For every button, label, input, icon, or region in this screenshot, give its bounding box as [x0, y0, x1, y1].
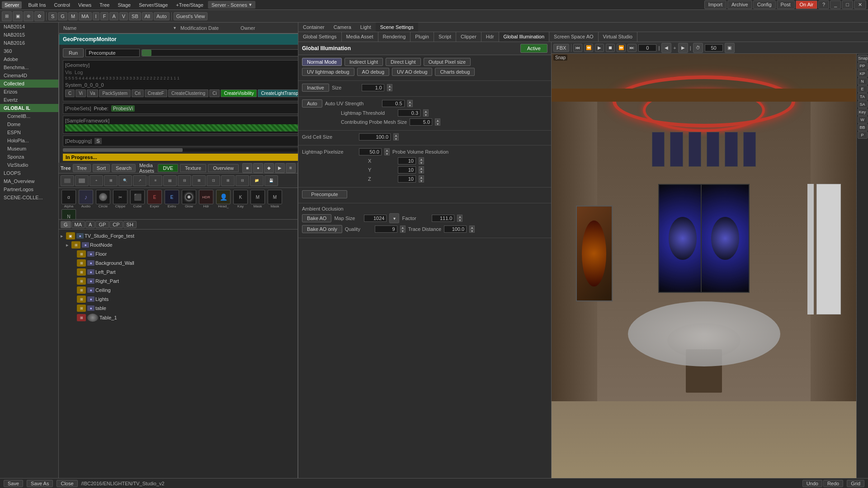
- tree-item-rootnode[interactable]: ▸ ⊞ ■ RootNode: [61, 240, 296, 249]
- map-size-selector[interactable]: ▾: [389, 213, 399, 223]
- x-up[interactable]: ▲: [419, 157, 424, 161]
- left-item-museum[interactable]: Museum: [0, 145, 58, 153]
- redo-btn[interactable]: Redo: [823, 480, 843, 487]
- left-item-benchma[interactable]: Benchma...: [0, 63, 58, 71]
- y-spinner[interactable]: ▲ ▼: [419, 166, 424, 174]
- left-item-evertz[interactable]: Evertz: [0, 96, 58, 104]
- left-item-partner-logos[interactable]: PartnerLogos: [0, 185, 58, 193]
- side-p[interactable]: P: [858, 131, 868, 139]
- factor-spinner[interactable]: ▲ ▼: [457, 215, 462, 222]
- media-exper[interactable]: E Exper: [146, 190, 163, 208]
- precompute-input[interactable]: [85, 49, 140, 57]
- tree-item-bgwall[interactable]: ⊞ ■ Background_Wall: [61, 258, 296, 267]
- left-item-360[interactable]: 360: [0, 47, 58, 55]
- toolbar-icon-4[interactable]: ✿: [34, 11, 44, 21]
- undo-btn[interactable]: Undo: [802, 480, 822, 487]
- save-as-btn[interactable]: Save As: [27, 480, 53, 487]
- bake-ao-only-btn[interactable]: Bake AO only: [302, 225, 342, 233]
- media-alpha[interactable]: α Alpha: [61, 190, 77, 208]
- step-c[interactable]: C: [65, 89, 75, 97]
- media-ctrl-3[interactable]: ◆: [264, 163, 274, 173]
- side-ta[interactable]: TA: [858, 93, 868, 100]
- mode-indirect[interactable]: Indirect Light: [344, 58, 383, 66]
- bake-ao-btn[interactable]: Bake AO: [302, 214, 331, 222]
- icon-strip-tools-7[interactable]: ≡: [149, 175, 162, 186]
- letter-v[interactable]: V: [119, 12, 128, 20]
- mode-direct[interactable]: Direct Light: [386, 58, 421, 66]
- tab-script[interactable]: Script: [434, 32, 456, 42]
- lm-up[interactable]: ▲: [423, 109, 429, 113]
- import-btn[interactable]: Import: [704, 0, 726, 9]
- contrib-spinner[interactable]: ▲ ▼: [435, 118, 440, 126]
- media-mask2[interactable]: M Mask: [267, 190, 283, 208]
- lm-dn[interactable]: ▼: [423, 113, 429, 117]
- contrib-dn[interactable]: ▼: [435, 122, 440, 126]
- side-sa[interactable]: SA: [858, 101, 868, 108]
- tree-item-floor[interactable]: ⊞ ■ Floor: [61, 249, 296, 258]
- factor-up[interactable]: ▲: [457, 215, 462, 218]
- guests-view-btn[interactable]: Guest's View: [174, 12, 208, 20]
- trace-up[interactable]: ▲: [469, 225, 475, 229]
- tab-plugin[interactable]: Plugin: [410, 32, 434, 42]
- ctab-container[interactable]: Container: [298, 23, 329, 32]
- left-item-dome[interactable]: Dome: [0, 120, 58, 128]
- toolbar-icon-2[interactable]: ▣: [13, 11, 23, 21]
- ltab-a[interactable]: A: [85, 221, 95, 228]
- media-tab-overview[interactable]: Overview: [208, 164, 239, 172]
- tree-item-table[interactable]: ⊞ ■ table: [61, 304, 296, 313]
- 3d-viewport[interactable]: Grid Snap: [552, 54, 856, 488]
- side-w[interactable]: W: [858, 116, 868, 123]
- tab-rendering[interactable]: Rendering: [378, 32, 411, 42]
- close-top-btn[interactable]: ✕: [854, 0, 866, 9]
- icon-strip-tools-9[interactable]: ⊟: [178, 175, 191, 186]
- grid-dn[interactable]: ▼: [393, 137, 399, 141]
- tab-virtual-studio[interactable]: Virtual Studio: [599, 32, 637, 42]
- tree-item-ceiling[interactable]: ⊞ ■ Ceiling: [61, 286, 296, 295]
- left-item-nab2014[interactable]: NAB2014: [0, 23, 58, 31]
- run-button[interactable]: Run: [63, 48, 84, 57]
- side-bb[interactable]: BB: [858, 124, 868, 131]
- letter-auto[interactable]: Auto: [154, 12, 170, 20]
- ctab-camera[interactable]: Camera: [329, 23, 356, 32]
- quality-spinner[interactable]: ▲ ▼: [400, 225, 406, 233]
- contrib-up[interactable]: ▲: [435, 118, 440, 122]
- step-vi[interactable]: Vi: [75, 89, 86, 97]
- tab-screen-space-ao[interactable]: Screen Space AO: [549, 32, 598, 42]
- lmpx-up[interactable]: ▲: [384, 148, 390, 152]
- z-up[interactable]: ▲: [419, 175, 424, 179]
- icon-strip-tools-5[interactable]: 🔍: [118, 175, 132, 186]
- gi-active-button[interactable]: Active: [520, 44, 547, 53]
- tree-item-lights[interactable]: ⊞ ■ Lights: [61, 295, 296, 304]
- step-createf[interactable]: CreateF: [145, 89, 167, 97]
- icon-strip-tools-11[interactable]: ⊡: [207, 175, 220, 186]
- save-btn[interactable]: Save: [4, 480, 23, 487]
- tab-global-settings[interactable]: Global Settings: [298, 32, 342, 42]
- y-up[interactable]: ▲: [419, 166, 424, 170]
- side-snap[interactable]: Snap: [858, 55, 868, 62]
- media-kay[interactable]: K Kay: [232, 190, 249, 208]
- icon-strip-tools-12[interactable]: ⊞: [221, 175, 235, 186]
- letter-sb[interactable]: SB: [129, 12, 141, 20]
- auto-uv-dn[interactable]: ▼: [407, 103, 413, 107]
- side-e[interactable]: E: [858, 85, 868, 93]
- icon-strip-tools-10[interactable]: ⊠: [192, 175, 206, 186]
- config-btn[interactable]: Config: [753, 0, 776, 9]
- x-dn[interactable]: ▼: [419, 161, 424, 164]
- letter-ma[interactable]: MA: [79, 12, 92, 20]
- left-item-cinema4d[interactable]: Cinema4D: [0, 71, 58, 80]
- maximize-top-btn[interactable]: □: [842, 0, 853, 9]
- playback-start[interactable]: ⏮: [573, 44, 582, 52]
- tree-item-leftpart[interactable]: ⊞ ■ Left_Part: [61, 267, 296, 277]
- debug-uv-lightmap[interactable]: UV lightmap debug: [302, 68, 354, 76]
- frame-step-fwd[interactable]: ▶: [678, 43, 688, 53]
- step-pack[interactable]: PackSystem: [99, 89, 131, 97]
- x-spinner[interactable]: ▲ ▼: [419, 157, 424, 164]
- trace-spinner[interactable]: ▲ ▼: [469, 225, 475, 233]
- left-item-nab2015[interactable]: NAB2015: [0, 31, 58, 39]
- playback-end[interactable]: ⏭: [627, 44, 637, 52]
- playback-prev[interactable]: ⏪: [584, 44, 593, 52]
- debug-charts[interactable]: Charts debug: [435, 68, 475, 76]
- side-n[interactable]: N: [858, 78, 868, 85]
- step-va[interactable]: Va: [87, 89, 99, 97]
- name-dropdown[interactable]: ▾: [174, 25, 176, 30]
